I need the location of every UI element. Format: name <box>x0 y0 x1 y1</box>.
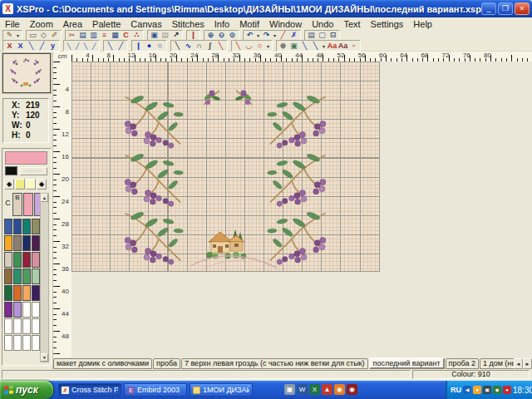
color-a-swatch[interactable] <box>15 179 25 190</box>
motif-copy-tool[interactable]: ▤ <box>77 31 88 40</box>
longstitch-tool[interactable]: ╲ <box>233 42 244 51</box>
menu-info[interactable]: Info <box>209 19 234 29</box>
palette-swatch[interactable] <box>13 302 22 318</box>
palette-swatch[interactable] <box>13 285 22 301</box>
palette-swatch[interactable] <box>22 235 31 251</box>
redo-button-dropdown[interactable]: ▾ <box>272 32 278 38</box>
thread-icon[interactable]: ❙ <box>188 31 199 40</box>
tab-scroll-left-button[interactable]: ◄ <box>514 358 523 369</box>
ink-color-swatch[interactable] <box>5 166 17 175</box>
palette-swatch[interactable] <box>4 318 12 334</box>
menu-stitches[interactable]: Stitches <box>167 19 209 29</box>
full-cross-stitch-tool[interactable]: X <box>4 42 15 51</box>
taskbar-app-red-icon[interactable]: ▲ <box>322 384 332 395</box>
half-stitch-back-tool[interactable]: ╲ <box>26 42 37 51</box>
palette-swatch[interactable] <box>22 268 31 284</box>
tray-hide-arrow-icon[interactable]: ◀ <box>463 386 471 394</box>
taskbar-task[interactable]: 1МОИ ДИЗАЙНЫ <box>190 383 253 397</box>
palette-swatch[interactable] <box>4 285 12 301</box>
palette-swatch[interactable] <box>32 219 40 234</box>
pattern-dots-tool[interactable]: ∴ <box>131 31 142 40</box>
menu-undo[interactable]: Undo <box>307 19 338 29</box>
undo-button[interactable]: ↶ <box>244 31 255 40</box>
menu-window[interactable]: Window <box>264 19 307 29</box>
taskbar-monitor-icon[interactable]: ▣ <box>284 384 295 395</box>
text-tool-red[interactable]: Aa <box>327 42 337 51</box>
image-tool[interactable]: ▣ <box>288 42 299 51</box>
monitor-icon[interactable]: ▣ <box>149 31 160 40</box>
taskbar-word-icon[interactable]: W <box>297 384 308 395</box>
design-tab[interactable]: 7 верхн левая гроздь (с частью ниж ветки… <box>181 358 368 369</box>
zoom-in-button[interactable]: ⊕ <box>205 31 216 40</box>
design-tab[interactable]: последний вариант <box>369 357 445 369</box>
new-doc-button[interactable]: ▢ <box>317 31 328 40</box>
taskbar-task[interactable]: ✗Cross Stitch Pro... <box>58 383 121 397</box>
zoom-out-button[interactable]: ⊖ <box>216 31 227 40</box>
motif-arrange-tool[interactable]: ≡ <box>99 31 110 40</box>
backstitch-curve-tool[interactable]: ∩ <box>194 42 204 51</box>
taskbar-opera-icon[interactable]: ◉ <box>347 384 357 395</box>
tray-status-icon[interactable]: ● <box>473 386 481 394</box>
quarter-stitch-1-tool[interactable]: ╲ <box>65 42 73 51</box>
menu-palette[interactable]: Palette <box>87 19 126 29</box>
redo-button[interactable]: ↷ <box>261 31 272 40</box>
palette-options-button[interactable]: ······· <box>20 167 47 175</box>
language-indicator[interactable]: RU <box>451 386 461 394</box>
tray-shield-icon[interactable]: ◆ <box>493 386 501 394</box>
menu-text[interactable]: Text <box>338 19 365 29</box>
rotate-tool[interactable]: C <box>121 31 131 40</box>
palette-column-swatch[interactable] <box>23 193 33 216</box>
palette-swatch[interactable] <box>22 252 31 268</box>
tray-app-icon[interactable]: ▣ <box>483 386 491 394</box>
menu-settings[interactable]: Settings <box>366 19 409 29</box>
design-tab[interactable]: проба <box>153 358 180 369</box>
special-knot-tool[interactable]: ⊛ <box>278 42 288 51</box>
palette-swatch[interactable] <box>13 268 22 284</box>
menu-area[interactable]: Area <box>58 19 87 29</box>
undo-button-dropdown[interactable]: ▾ <box>255 32 261 38</box>
pointer-arrow-icon[interactable]: ↗ <box>170 31 181 40</box>
start-button[interactable]: пуск <box>0 381 53 399</box>
french-knot-filled-tool[interactable]: ● <box>144 42 155 51</box>
pencil-tool-dropdown[interactable]: ▾ <box>15 32 21 38</box>
palette-swatch[interactable] <box>4 335 12 351</box>
accept-pen-tool[interactable]: ╱ <box>278 31 288 40</box>
edit-select-tool[interactable]: ✐ <box>49 31 60 40</box>
palette-swatch[interactable] <box>13 235 22 251</box>
blend-left-button[interactable]: ◆ <box>4 179 14 190</box>
delete-tool[interactable]: ✗ <box>288 31 299 40</box>
curve-stitch-tool[interactable]: ◡ <box>244 42 254 51</box>
quarter-stitch-4-tool[interactable]: ╱ <box>90 42 98 51</box>
palette-scroll-down-button[interactable]: ▼ <box>41 353 48 362</box>
menu-motif[interactable]: Motif <box>234 19 264 29</box>
palette-swatch[interactable] <box>4 268 12 284</box>
tray-alert-icon[interactable]: ● <box>503 386 511 394</box>
menu-canvas[interactable]: Canvas <box>126 19 166 29</box>
circle-stitch-tool[interactable]: ○ <box>254 42 265 51</box>
backstitch-line-tool[interactable]: ╲ <box>172 42 183 51</box>
palette-swatch[interactable] <box>32 285 40 301</box>
palette-swatch[interactable] <box>32 252 40 268</box>
print-icon[interactable]: ▤ <box>160 31 170 40</box>
tab-scroll-right-button[interactable]: ► <box>523 358 532 369</box>
quarter-stitch-3-tool[interactable]: ╲ <box>81 42 90 51</box>
french-knot-open-tool[interactable]: ○ <box>155 42 165 51</box>
straight-line-tool[interactable]: ╲ <box>299 42 310 51</box>
palette-swatch[interactable] <box>4 235 12 251</box>
half-cross-back-tool[interactable]: ╲ <box>105 42 116 51</box>
palette-swatch[interactable] <box>32 318 40 334</box>
half-stitch-fwd-tool[interactable]: ╱ <box>37 42 47 51</box>
export-doc-button[interactable]: ⊟ <box>328 31 338 40</box>
taskbar-app-orange-icon[interactable]: ◉ <box>334 384 345 395</box>
motif-group-tool[interactable]: ▦ <box>110 31 121 40</box>
palette-swatch[interactable] <box>22 335 31 351</box>
palette-swatch[interactable] <box>4 302 12 318</box>
petite-stitch-tool[interactable]: y <box>47 42 58 51</box>
straight-line-alt-tool[interactable]: ╲ <box>310 42 321 51</box>
design-canvas[interactable] <box>71 62 532 357</box>
palette-swatch[interactable] <box>32 268 40 284</box>
lasso-select-tool[interactable]: ◇ <box>38 31 49 40</box>
close-button[interactable]: × <box>515 2 530 15</box>
motif-cut-tool[interactable]: ✂ <box>66 31 77 40</box>
copy-doc-button[interactable]: ▤ <box>306 31 317 40</box>
